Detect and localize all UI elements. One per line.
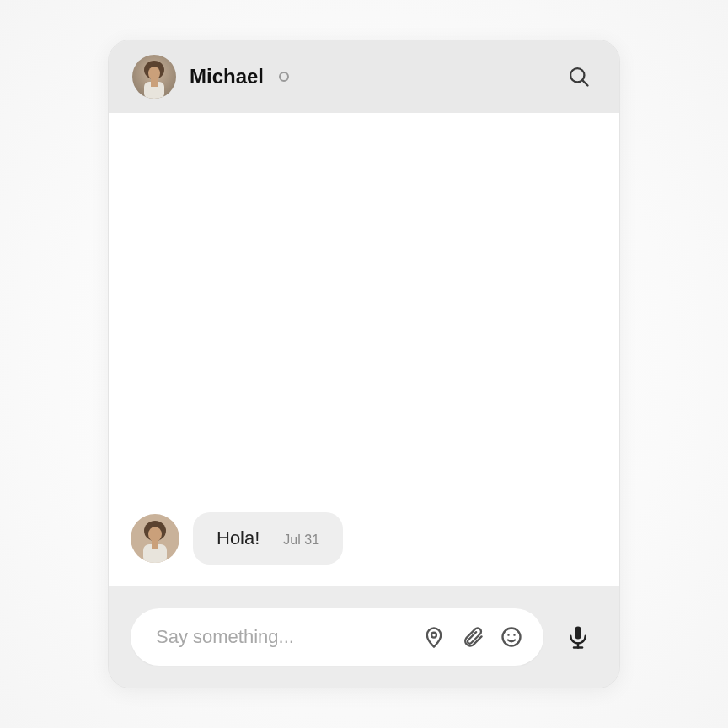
status-indicator <box>279 72 289 82</box>
microphone-icon[interactable] <box>559 618 597 656</box>
search-icon[interactable] <box>562 60 596 94</box>
svg-point-15 <box>513 634 515 636</box>
chat-header: Michael <box>109 40 619 113</box>
smiley-icon[interactable] <box>495 620 528 654</box>
contact-avatar[interactable] <box>132 55 176 99</box>
svg-rect-4 <box>151 78 158 87</box>
composer-bar <box>109 586 619 688</box>
svg-rect-11 <box>152 540 158 549</box>
svg-line-6 <box>583 81 588 86</box>
svg-rect-16 <box>575 627 581 640</box>
message-input[interactable] <box>154 625 412 649</box>
message-area[interactable]: Hola! Jul 31 <box>109 113 619 586</box>
message-input-container <box>131 608 543 666</box>
svg-point-12 <box>431 633 436 638</box>
contact-name: Michael <box>190 65 264 88</box>
message-bubble[interactable]: Hola! Jul 31 <box>193 512 343 565</box>
paperclip-icon[interactable] <box>456 620 490 654</box>
svg-point-14 <box>507 634 509 636</box>
svg-point-13 <box>503 629 521 646</box>
message-timestamp: Jul 31 <box>283 533 319 548</box>
message-text: Hola! <box>217 527 260 549</box>
message-avatar[interactable] <box>131 514 179 563</box>
svg-point-2 <box>148 67 160 80</box>
location-pin-icon[interactable] <box>417 620 451 654</box>
svg-point-9 <box>148 527 162 542</box>
message-row: Hola! Jul 31 <box>131 512 343 565</box>
chat-window: Michael <box>108 40 620 688</box>
